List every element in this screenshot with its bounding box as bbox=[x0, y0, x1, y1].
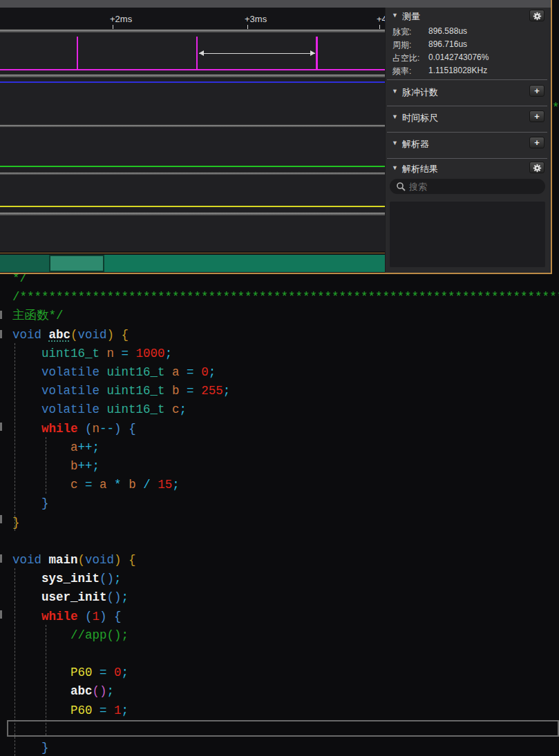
code-token bbox=[114, 347, 122, 360]
measurement-arrow[interactable] bbox=[199, 53, 315, 54]
code-token: 0 bbox=[114, 666, 122, 679]
section-header-measure[interactable]: ▼ 测量 bbox=[386, 9, 551, 24]
code-token bbox=[165, 384, 173, 398]
decode-results-list[interactable] bbox=[390, 202, 545, 267]
code-token: uint16_t bbox=[107, 403, 165, 416]
measurement-value: 1.11518028KHz bbox=[428, 66, 487, 75]
measurement-row: 脉宽: 896.588us bbox=[386, 26, 551, 39]
fold-mark[interactable] bbox=[0, 330, 2, 338]
code-token: /***************************************… bbox=[12, 290, 559, 304]
code-token bbox=[122, 478, 129, 492]
scrollbar-track-segment[interactable] bbox=[104, 255, 385, 272]
code-token: = bbox=[122, 347, 129, 360]
code-token: } bbox=[41, 496, 49, 510]
section-title: 测量 bbox=[402, 10, 420, 23]
code-token bbox=[78, 610, 86, 623]
section-title: 解析器 bbox=[402, 138, 429, 151]
code-line: uint16_t n = 1000; bbox=[12, 345, 559, 364]
section-header-decode-results[interactable]: ▼ 解析结果 bbox=[386, 162, 551, 177]
code-token bbox=[12, 384, 41, 398]
channel-row bbox=[0, 77, 385, 124]
code-line: b++; bbox=[12, 457, 559, 476]
waveform-overview-scrollbar[interactable] bbox=[0, 255, 385, 272]
measurement-row: 占空比: 0.0142743076% bbox=[386, 52, 551, 65]
code-token bbox=[129, 347, 136, 360]
code-token: ( bbox=[93, 684, 100, 698]
add-pulse-counter-button[interactable]: + bbox=[529, 85, 544, 97]
code-token: ) bbox=[107, 572, 115, 585]
code-line: sys_init(); bbox=[12, 570, 559, 589]
code-token: while bbox=[41, 422, 78, 436]
screen: *//*************************************… bbox=[0, 0, 559, 756]
code-token: b bbox=[129, 478, 136, 492]
code-token: void bbox=[12, 553, 49, 567]
code-token bbox=[12, 478, 70, 492]
code-token: b bbox=[70, 459, 78, 473]
measurement-label: 频率: bbox=[392, 66, 411, 77]
code-token: -- bbox=[100, 422, 114, 436]
code-lines-container: *//*************************************… bbox=[0, 269, 559, 756]
code-line: } bbox=[12, 494, 559, 514]
section-title: 时间标尺 bbox=[402, 112, 438, 124]
scrollbar-track-segment[interactable] bbox=[0, 255, 49, 272]
fold-mark[interactable] bbox=[0, 554, 2, 563]
search-input[interactable] bbox=[409, 180, 540, 193]
collapse-triangle-icon: ▼ bbox=[392, 88, 398, 95]
add-decoder-button[interactable]: + bbox=[529, 137, 544, 148]
fold-mark[interactable] bbox=[0, 515, 2, 523]
code-token: = bbox=[187, 384, 194, 398]
code-token bbox=[12, 496, 41, 510]
code-token: void bbox=[85, 553, 114, 567]
ruler-label: +2ms bbox=[110, 14, 132, 24]
measurement-label: 周期: bbox=[392, 39, 411, 51]
code-token: while bbox=[41, 610, 78, 623]
code-token: ; bbox=[122, 704, 129, 717]
code-token bbox=[122, 422, 129, 436]
section-title: 解析结果 bbox=[402, 163, 438, 175]
code-token: ; bbox=[122, 666, 129, 679]
measure-settings-button[interactable] bbox=[529, 10, 544, 21]
section-header-time-ruler[interactable]: ▼ 时间标尺 + bbox=[386, 110, 551, 126]
section-header-pulse-count[interactable]: ▼ 脉冲计数 + bbox=[386, 85, 551, 100]
analyzer-title-bar[interactable] bbox=[0, 0, 551, 8]
code-token: volatile bbox=[41, 403, 100, 416]
signal-trace bbox=[0, 206, 385, 207]
decode-results-settings-button[interactable] bbox=[529, 162, 544, 173]
code-token bbox=[107, 610, 115, 623]
code-token: ) bbox=[114, 422, 122, 436]
code-token bbox=[12, 422, 41, 436]
indent-guide bbox=[15, 343, 15, 531]
code-line bbox=[12, 532, 559, 552]
code-token: uint16_t bbox=[107, 384, 165, 398]
current-line-highlight bbox=[7, 720, 559, 737]
section-header-decoder[interactable]: ▼ 解析器 + bbox=[386, 137, 551, 152]
code-token bbox=[12, 741, 41, 755]
time-ruler[interactable]: +2ms +3ms +4ms bbox=[0, 8, 385, 29]
code-token: 1 bbox=[114, 704, 122, 717]
code-token: ; bbox=[114, 572, 122, 585]
fold-mark[interactable] bbox=[0, 311, 2, 319]
scrollbar-thumb[interactable] bbox=[49, 255, 104, 272]
add-time-marker-button[interactable]: + bbox=[529, 110, 544, 122]
code-token: ) bbox=[107, 328, 115, 342]
code-token: n bbox=[107, 347, 115, 360]
code-token: { bbox=[114, 610, 122, 623]
code-token: 255 bbox=[201, 384, 223, 398]
code-token bbox=[194, 365, 202, 379]
code-line: } bbox=[12, 739, 559, 756]
code-token: ) bbox=[100, 610, 107, 623]
code-token: 15 bbox=[158, 478, 172, 492]
waveform-area[interactable]: +2ms +3ms +4ms bbox=[0, 8, 385, 273]
fold-mark[interactable] bbox=[0, 423, 2, 431]
collapse-triangle-icon: ▼ bbox=[392, 139, 398, 146]
ruler-label: +3ms bbox=[245, 14, 267, 24]
code-line: volatile uint16_t c; bbox=[12, 400, 559, 420]
code-token bbox=[180, 365, 187, 379]
section-title: 脉冲计数 bbox=[402, 86, 438, 99]
fold-mark[interactable] bbox=[0, 610, 2, 619]
gear-icon bbox=[533, 12, 542, 21]
search-box[interactable] bbox=[390, 179, 545, 194]
overview-divider bbox=[0, 253, 385, 253]
indent-guide bbox=[46, 437, 46, 494]
code-token: = bbox=[187, 365, 194, 379]
